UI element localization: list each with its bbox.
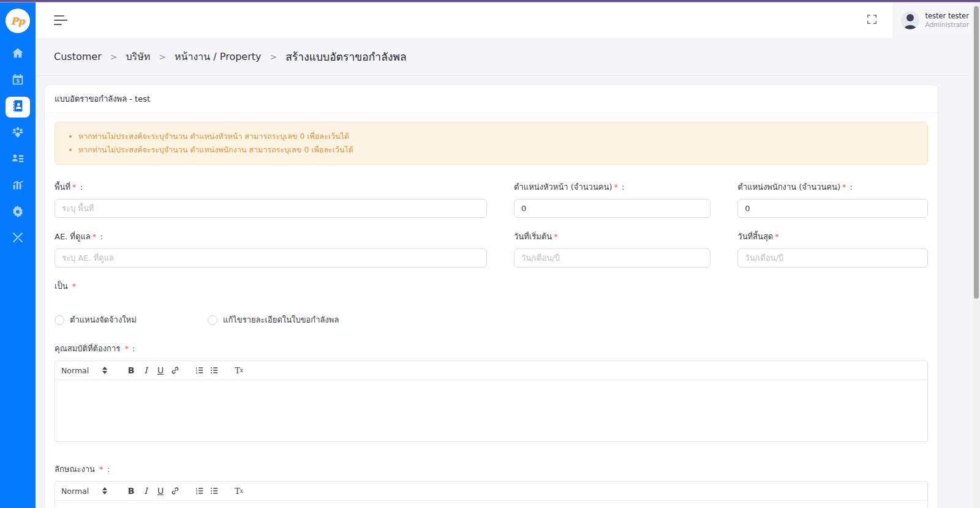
underline-button[interactable]: U <box>153 484 168 498</box>
start-date-input[interactable] <box>514 248 710 267</box>
card-header: แบบอัตราขอกำลังพล - test <box>45 85 938 113</box>
job-description-editor: Normal B I U <box>55 481 928 508</box>
svg-text:$: $ <box>16 78 20 84</box>
sidebar-item-team-management[interactable] <box>6 123 30 144</box>
chevron-right-icon: > <box>270 52 277 62</box>
field-end-date: วันที่สิ้นสุด* <box>737 230 928 267</box>
user-menu[interactable]: tester tester Administrator <box>892 2 980 38</box>
start-date-label: วันที่เริ่มต้น* <box>514 230 710 243</box>
app-logo[interactable]: Pp <box>6 9 30 33</box>
editor-toolbar: Normal B I U <box>55 361 927 380</box>
breadcrumb-company[interactable]: บริษัท <box>126 49 150 64</box>
sidebar-item-tools[interactable] <box>6 228 30 249</box>
alert-line-1: หากท่านไม่ประสงค์จะระบุจำนวน ตำแหน่งหัวห… <box>78 130 918 143</box>
end-date-label: วันที่สิ้นสุด* <box>737 230 928 243</box>
alert-line-2: หากท่านไม่ประสงค์จะระบุจำนวน ตำแหน่งพนัก… <box>78 143 918 157</box>
breadcrumb-current-page: สร้างแบบอัตราขอกำลังพล <box>285 48 406 65</box>
area-input[interactable] <box>55 199 487 218</box>
sidebar-item-personnel-list[interactable] <box>6 149 30 170</box>
italic-button[interactable]: I <box>138 363 153 378</box>
picker-caret-icon <box>102 367 107 374</box>
ordered-list-button[interactable] <box>192 363 207 378</box>
link-button[interactable] <box>168 363 183 378</box>
field-start-date: วันที่เริ่มต้น* <box>514 230 710 267</box>
user-name: tester tester <box>925 12 969 20</box>
fullscreen-button[interactable] <box>859 8 884 32</box>
qualification-editor: Normal B I U <box>55 360 928 442</box>
qualification-editor-content[interactable] <box>55 380 927 441</box>
breadcrumb-property[interactable]: หน้างาน / Property <box>175 49 261 64</box>
breadcrumb-customer[interactable]: Customer <box>54 51 102 62</box>
italic-button[interactable]: I <box>138 484 153 498</box>
radio-new-position[interactable]: ตำแหน่งจัดจ้างใหม่ <box>55 313 208 326</box>
user-avatar <box>901 11 919 29</box>
tools-icon <box>11 231 24 247</box>
sidebar-item-home[interactable] <box>6 44 30 65</box>
scrollbar-thumb[interactable] <box>974 6 979 299</box>
team-gear-icon <box>11 125 24 141</box>
sidebar-item-finance-calendar[interactable]: $ <box>6 70 30 91</box>
fullscreen-icon <box>867 14 877 27</box>
bullet-list-button[interactable] <box>207 484 222 498</box>
field-ae: AE. ที่ดูแล* : <box>55 230 487 267</box>
bullet-list-button[interactable] <box>207 363 222 378</box>
info-alert: หากท่านไม่ประสงค์จะระบุจำนวน ตำแหน่งหัวห… <box>55 122 928 165</box>
staff-count-label: ตำแหน่งพนักงาน (จำนวนคน)* : <box>737 181 928 193</box>
head-count-input[interactable] <box>514 199 710 218</box>
picker-caret-icon <box>102 487 107 495</box>
breadcrumb: Customer > บริษัท > หน้างาน / Property >… <box>36 38 973 76</box>
gear-icon <box>11 204 24 220</box>
top-header: tester tester Administrator <box>36 2 980 38</box>
editor-toolbar: Normal B I U <box>55 482 927 501</box>
contact-book-icon <box>11 99 24 115</box>
radio-edit-details[interactable]: แก้ไขรายละเอียดในใบขอกำลังพล <box>208 313 339 326</box>
chevron-right-icon: > <box>159 52 166 62</box>
clear-format-button[interactable]: Tx <box>232 363 246 378</box>
qualification-label: คุณสมบัติที่ต้องการ * : <box>55 342 928 355</box>
head-count-label: ตำแหน่งหัวหน้า (จำนวนคน)* : <box>514 181 710 193</box>
type-radio-group: ตำแหน่งจัดจ้างใหม่ แก้ไขรายละเอียดในใบขอ… <box>55 313 928 326</box>
chevron-right-icon: > <box>110 52 118 62</box>
field-head-count: ตำแหน่งหัวหน้า (จำนวนคน)* : <box>514 181 710 218</box>
clear-format-button[interactable]: Tx <box>232 484 246 498</box>
home-icon <box>11 47 24 62</box>
ordered-list-button[interactable] <box>192 484 207 498</box>
radio-circle-icon <box>55 315 64 325</box>
ae-label: AE. ที่ดูแล* : <box>55 230 487 243</box>
end-date-input[interactable] <box>737 248 928 267</box>
sidebar: Pp $ <box>0 2 36 508</box>
bold-button[interactable]: B <box>124 484 138 498</box>
person-list-icon <box>11 152 24 168</box>
link-button[interactable] <box>168 484 183 498</box>
radio-circle-icon <box>208 315 217 325</box>
job-description-label: ลักษณะงาน * : <box>55 463 928 476</box>
bar-chart-icon <box>11 178 24 194</box>
area-label: พื้นที่* : <box>55 181 487 193</box>
user-role: Administrator <box>925 21 969 29</box>
ae-input[interactable] <box>55 248 487 267</box>
sidebar-item-settings[interactable] <box>6 202 30 223</box>
card-title: แบบอัตราขอกำลังพล - test <box>55 94 150 103</box>
bold-button[interactable]: B <box>124 363 138 378</box>
type-label: เป็น * <box>55 280 928 293</box>
format-picker[interactable]: Normal <box>61 366 114 375</box>
menu-toggle-icon[interactable] <box>54 15 69 25</box>
field-area: พื้นที่* : <box>55 181 487 218</box>
calendar-dollar-icon: $ <box>11 73 24 89</box>
staff-count-input[interactable] <box>737 199 928 218</box>
job-description-editor-content[interactable] <box>55 501 927 508</box>
main-content: แบบอัตราขอกำลังพล - test หากท่านไม่ประสง… <box>36 76 973 508</box>
sidebar-item-customer-contacts[interactable] <box>6 97 30 118</box>
field-staff-count: ตำแหน่งพนักงาน (จำนวนคน)* : <box>737 181 928 218</box>
sidebar-item-reports-chart[interactable] <box>6 176 30 196</box>
underline-button[interactable]: U <box>153 363 168 378</box>
window-top-border <box>0 0 980 2</box>
vertical-scrollbar <box>973 2 980 508</box>
form-card: แบบอัตราขอกำลังพล - test หากท่านไม่ประสง… <box>44 84 938 508</box>
format-picker[interactable]: Normal <box>61 487 114 496</box>
